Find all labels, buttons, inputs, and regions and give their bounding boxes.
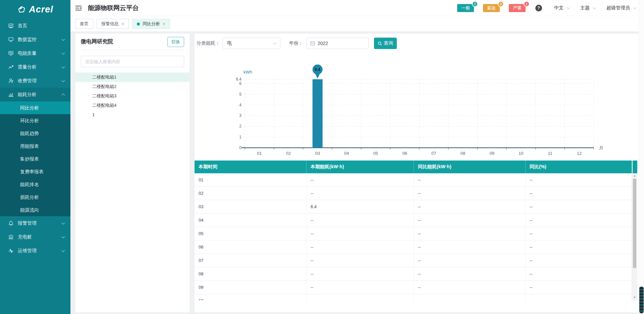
tab-label: 报警信息 (101, 21, 119, 27)
table-cell: -- (414, 214, 526, 227)
sidebar-item-数据监控[interactable]: 数据监控 (0, 33, 70, 46)
sidebar-subitem-集抄报表[interactable]: 集抄报表 (0, 152, 70, 165)
bar-03[interactable] (313, 79, 323, 148)
table-row[interactable]: 06------ (195, 240, 632, 254)
table-cell: -- (526, 173, 632, 186)
sidebar-menu: 首页数据监控电能质量需量分析收费管理能耗分析同比分析环比分析能耗趋势用能报表集抄… (0, 19, 70, 258)
sidebar-subitem-复费率报表[interactable]: 复费率报表 (0, 165, 70, 178)
svg-text:6: 6 (239, 81, 241, 86)
table-cell: 03 (195, 200, 307, 213)
svg-text:01: 01 (257, 151, 262, 156)
chevron-down-icon (62, 65, 65, 68)
sidebar-subitem-同比分析[interactable]: 同比分析 (0, 101, 70, 114)
category-select[interactable]: 电 (223, 38, 280, 49)
scroll-up-icon[interactable]: ▲ (632, 174, 637, 178)
device-tree: 二楼配电箱1二楼配电箱2二楼配电箱3二楼配电箱41 (75, 73, 190, 120)
sidebar-item-运维管理[interactable]: 运维管理 (0, 244, 70, 258)
table-cell: -- (526, 227, 632, 240)
table-row[interactable]: 01------ (195, 173, 632, 187)
sidebar-item-充电桩[interactable]: 充电桩 (0, 230, 70, 244)
table-scrollbar[interactable]: ▲ ▼ (632, 173, 637, 300)
device-panel: 微电网研究院 切换 二楼配电箱1二楼配电箱2二楼配电箱3二楼配电箱41 (75, 34, 190, 312)
alarm-badge-label: 一般 (461, 5, 470, 11)
sidebar-item-报警管理[interactable]: 报警管理 (0, 216, 70, 230)
table-column-header: 同比(%) (526, 161, 632, 173)
table-column-header: 本期时间 (195, 161, 307, 173)
table-row[interactable]: 02------ (195, 187, 632, 200)
svg-text:03: 03 (315, 151, 320, 156)
home-icon (8, 23, 14, 29)
scroll-down-icon[interactable]: ▼ (632, 295, 637, 300)
alarm-badge-label: 严重 (513, 5, 522, 11)
help-icon[interactable]: ? (535, 5, 542, 11)
table-row[interactable]: 07------ (195, 254, 632, 267)
tab-bar: 首页报警信息×同比分析× (70, 16, 644, 32)
sidebar-subitem-能耗趋势[interactable]: 能耗趋势 (0, 127, 70, 140)
user-menu[interactable]: 超级管理员 (606, 5, 636, 11)
page-scrollbar-thumb[interactable] (639, 286, 644, 313)
table-header-row: 本期时间本期能耗(kW·h)同比能耗(kW·h)同比(%) (195, 161, 632, 173)
table-row[interactable]: 09------ (195, 281, 632, 294)
bar-chart-svg: 01234566.4010203040506070809101112kWh月6.… (195, 52, 637, 160)
svg-text:2: 2 (239, 124, 241, 129)
sidebar-item-需量分析[interactable]: 需量分析 (0, 60, 70, 74)
svg-text:02: 02 (286, 151, 291, 156)
tab-首页[interactable]: 首页 (75, 19, 93, 29)
tab-同比分析[interactable]: 同比分析× (132, 19, 170, 29)
sidebar-subitem-损耗分析[interactable]: 损耗分析 (0, 191, 70, 204)
alarm-badge-严重[interactable]: 严重1 (509, 4, 526, 12)
energy-icon (8, 92, 14, 97)
active-tab-dot (137, 23, 140, 26)
svg-text:1: 1 (239, 135, 241, 139)
table-cell: 02 (195, 187, 307, 200)
device-tree-item-二楼配电箱2[interactable]: 二楼配电箱2 (75, 82, 190, 91)
table-scrollbar-thumb[interactable] (633, 179, 636, 268)
alarm-badge-一般[interactable]: 一般0 (457, 4, 474, 12)
table-row[interactable]: 10------ (195, 294, 632, 300)
table-cell: -- (414, 173, 526, 186)
svg-text:5: 5 (239, 92, 241, 97)
tab-报警信息[interactable]: 报警信息× (97, 19, 129, 29)
sidebar-item-首页[interactable]: 首页 (0, 19, 70, 33)
table-cell: -- (526, 200, 632, 213)
sidebar-submenu: 同比分析环比分析能耗趋势用能报表集抄报表复费率报表能耗排名损耗分析能源流向 (0, 101, 70, 216)
device-tree-item-二楼配电箱4[interactable]: 二楼配电箱4 (75, 101, 190, 110)
table-cell: -- (414, 240, 526, 254)
app-logo: Acrel (0, 0, 70, 19)
language-select[interactable]: 中文 (554, 5, 570, 11)
alarm-badges: 一般0紧急0严重1 (457, 4, 535, 12)
table-row[interactable]: 05------ (195, 227, 632, 240)
table-cell: -- (414, 294, 526, 300)
device-tree-item-1[interactable]: 1 (75, 110, 190, 120)
close-icon[interactable]: × (121, 21, 124, 26)
sidebar-item-收费管理[interactable]: 收费管理 (0, 74, 70, 88)
close-icon[interactable]: × (163, 21, 165, 26)
sidebar-subitem-能源流向[interactable]: 能源流向 (0, 204, 70, 216)
device-tree-item-二楼配电箱3[interactable]: 二楼配电箱3 (75, 91, 190, 101)
language-label: 中文 (554, 5, 564, 11)
acrel-logo-icon (17, 5, 26, 13)
table-cell: -- (307, 173, 414, 186)
alarm-badge-紧急[interactable]: 紧急0 (483, 4, 500, 12)
sidebar-subitem-能耗排名[interactable]: 能耗排名 (0, 178, 70, 191)
device-tree-item-二楼配电箱1[interactable]: 二楼配电箱1 (75, 73, 190, 82)
table-cell: -- (414, 254, 526, 267)
page-scrollbar[interactable] (639, 0, 644, 314)
header: 能源物联网云平台 一般0紧急0严重1 ? 中文 主题 超级管理员 (70, 0, 644, 16)
sidebar-item-电能质量[interactable]: 电能质量 (0, 46, 70, 60)
sidebar-item-label: 能耗分析 (18, 92, 62, 98)
sidebar-item-能耗分析[interactable]: 能耗分析 (0, 88, 70, 101)
sidebar-subitem-用能报表[interactable]: 用能报表 (0, 140, 70, 152)
theme-select[interactable]: 主题 (580, 5, 596, 11)
query-button[interactable]: 查询 (374, 38, 397, 49)
collapse-menu-icon[interactable] (75, 5, 82, 11)
table-row[interactable]: 08------ (195, 267, 632, 281)
sidebar: Acrel 首页数据监控电能质量需量分析收费管理能耗分析同比分析环比分析能耗趋势… (0, 0, 70, 314)
table-row[interactable]: 04------ (195, 214, 632, 227)
sidebar-subitem-环比分析[interactable]: 环比分析 (0, 114, 70, 127)
switch-button[interactable]: 切换 (167, 37, 184, 47)
table-row[interactable]: 036.4---- (195, 200, 632, 214)
year-input[interactable]: 2022 (307, 38, 369, 49)
main-panel: 分类能耗： 电 年份： 2022 查询 01234566.40102030405… (195, 34, 644, 312)
device-search-input[interactable] (81, 56, 184, 67)
